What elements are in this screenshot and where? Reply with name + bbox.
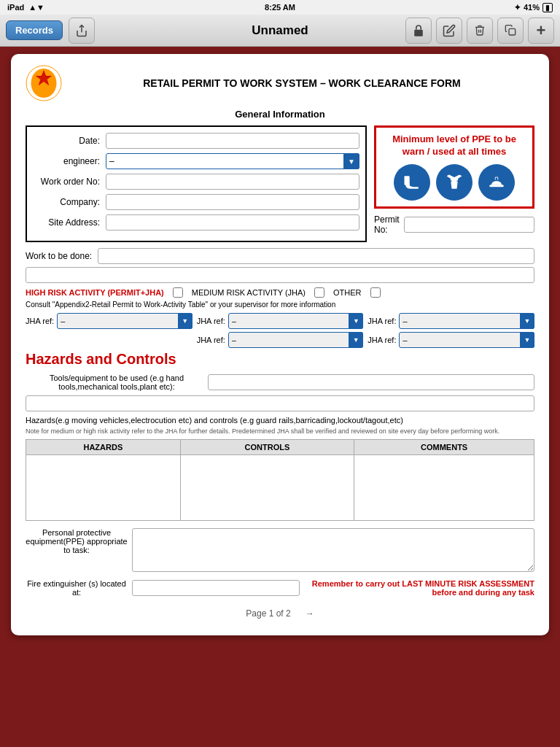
copy-button[interactable] bbox=[497, 18, 524, 44]
ipad-label: iPad bbox=[7, 3, 24, 12]
date-input[interactable] bbox=[106, 133, 359, 149]
jha-arrow-5: ▼ bbox=[520, 332, 534, 348]
battery-label: 41% bbox=[524, 3, 540, 12]
wifi-icon: ▲▼ bbox=[28, 3, 44, 12]
permit-no-input[interactable] bbox=[404, 217, 534, 233]
jha-select-1[interactable]: – bbox=[57, 313, 192, 329]
engineer-select[interactable]: – bbox=[106, 153, 359, 169]
lock-button[interactable] bbox=[405, 18, 432, 44]
comments-cell[interactable] bbox=[354, 455, 534, 521]
other-risk-checkbox[interactable] bbox=[370, 287, 381, 298]
company-input[interactable] bbox=[106, 194, 359, 210]
ppe-task-input[interactable] bbox=[132, 528, 534, 572]
fire-warning-text: Remember to carry out LAST MINUTE RISK A… bbox=[304, 579, 534, 597]
high-risk-label: HIGH RISK ACTIVITY (PERMIT+JHA) bbox=[26, 288, 164, 297]
permit-no-label: Permit No: bbox=[374, 214, 400, 235]
hazards-cell[interactable] bbox=[26, 455, 181, 521]
shell-logo bbox=[26, 65, 62, 101]
jha-item-1: JHA ref: – ▼ bbox=[26, 313, 192, 329]
jha-label-1: JHA ref: bbox=[26, 317, 54, 325]
ppe-box-title: Minimum level of PPE to be warn / used a… bbox=[382, 133, 526, 158]
nav-left: Records bbox=[6, 18, 95, 44]
jha-select-4[interactable]: – bbox=[228, 332, 364, 348]
workorder-row: Work order No: bbox=[33, 174, 359, 190]
status-right: ✦ 41% ▮ bbox=[514, 3, 553, 12]
jha-row-2: JHA ref: – ▼ JHA ref: – ▼ bbox=[26, 332, 534, 348]
edit-button[interactable] bbox=[436, 18, 462, 44]
section-general-info: General Information bbox=[26, 109, 534, 120]
jha-label-4: JHA ref: bbox=[197, 336, 225, 344]
ppe-box: Minimum level of PPE to be warn / used a… bbox=[374, 125, 534, 209]
work-to-be-done-input[interactable] bbox=[98, 248, 534, 264]
date-row: Date: bbox=[33, 133, 359, 149]
jha-arrow-4: ▼ bbox=[349, 332, 363, 348]
page-footer: Page 1 of 2 → bbox=[26, 603, 534, 624]
jha-item-5: JHA ref: – ▼ bbox=[368, 332, 534, 348]
jha-item-4: JHA ref: – ▼ bbox=[197, 332, 364, 348]
next-arrow[interactable]: → bbox=[306, 608, 314, 619]
tools-label: Tools/equipment to be used (e.g hand too… bbox=[26, 374, 208, 391]
company-row: Company: bbox=[33, 194, 359, 210]
tools-input[interactable] bbox=[208, 374, 534, 390]
hazards-note-small: Note for medium or high risk activity re… bbox=[26, 427, 534, 435]
workorder-label: Work order No: bbox=[33, 177, 106, 187]
jha-select-5[interactable]: – bbox=[399, 332, 534, 348]
records-button[interactable]: Records bbox=[6, 20, 63, 40]
ppe-icons bbox=[382, 164, 526, 201]
general-info-layout: Date: engineer: – ▼ Work order No: bbox=[26, 125, 534, 242]
med-risk-checkbox[interactable] bbox=[314, 287, 324, 298]
jha-select-wrapper-2: – ▼ bbox=[228, 313, 364, 329]
left-fields: Date: engineer: – ▼ Work order No: bbox=[26, 125, 367, 242]
jha-arrow-1: ▼ bbox=[178, 313, 192, 329]
ppe-task-row: Personal protective equipment(PPE) appro… bbox=[26, 528, 534, 572]
share-button[interactable] bbox=[69, 18, 95, 44]
controls-cell[interactable] bbox=[180, 455, 354, 521]
content-area: RETAIL PERMIT TO WORK SYSTEM – WORK CLEA… bbox=[0, 47, 560, 747]
engineer-select-arrow: ▼ bbox=[343, 153, 359, 169]
right-ppe: Minimum level of PPE to be warn / used a… bbox=[374, 125, 534, 242]
high-risk-checkbox[interactable] bbox=[173, 287, 183, 298]
site-address-input[interactable] bbox=[106, 214, 359, 231]
add-button[interactable]: + bbox=[528, 18, 554, 44]
form-title: RETAIL PERMIT TO WORK SYSTEM – WORK CLEA… bbox=[69, 77, 534, 89]
form-header: RETAIL PERMIT TO WORK SYSTEM – WORK CLEA… bbox=[26, 65, 534, 101]
status-time: 8:25 AM bbox=[265, 3, 295, 12]
jha-arrow-3: ▼ bbox=[520, 313, 534, 329]
risk-activity-row: HIGH RISK ACTIVITY (PERMIT+JHA) MEDIUM R… bbox=[26, 287, 534, 298]
page-text: Page 1 of 2 bbox=[246, 608, 290, 619]
nav-bar: Records Unnamed bbox=[0, 15, 560, 47]
work-to-be-done-label: Work to be done: bbox=[26, 251, 98, 261]
date-label: Date: bbox=[33, 136, 106, 146]
site-address-row: Site Address: bbox=[33, 214, 359, 231]
jha-select-3[interactable]: – bbox=[399, 313, 534, 329]
jha-label-3: JHA ref: bbox=[368, 317, 396, 325]
work-extra-input[interactable] bbox=[26, 267, 534, 283]
jha-select-wrapper-1: – ▼ bbox=[57, 313, 192, 329]
jha-label-5: JHA ref: bbox=[368, 336, 396, 344]
nav-right: + bbox=[405, 18, 554, 44]
engineer-label: engineer: bbox=[33, 156, 106, 166]
jha-label-2: JHA ref: bbox=[197, 317, 225, 325]
hazards-controls-title: Hazards and Controls bbox=[26, 351, 534, 368]
company-label: Company: bbox=[33, 197, 106, 207]
vest-ppe-icon bbox=[436, 164, 472, 201]
jha-select-wrapper-4: – ▼ bbox=[228, 332, 364, 348]
jha-select-2[interactable]: – bbox=[228, 313, 364, 329]
engineer-select-wrapper: – ▼ bbox=[106, 153, 359, 169]
workorder-input[interactable] bbox=[106, 174, 359, 190]
jha-item-2: JHA ref: – ▼ bbox=[197, 313, 364, 329]
permit-no-row: Permit No: bbox=[374, 214, 534, 235]
bluetooth-icon: ✦ bbox=[514, 3, 521, 12]
fire-extinguisher-row: Fire extinguisher (s) located at: Rememb… bbox=[26, 579, 534, 597]
engineer-row: engineer: – ▼ bbox=[33, 153, 359, 169]
form-card: RETAIL PERMIT TO WORK SYSTEM – WORK CLEA… bbox=[11, 54, 549, 635]
fire-input[interactable] bbox=[132, 580, 300, 596]
tools-extra-input[interactable] bbox=[26, 395, 534, 411]
boot-ppe-icon bbox=[394, 164, 430, 201]
trash-button[interactable] bbox=[467, 18, 493, 44]
jha-arrow-2: ▼ bbox=[349, 313, 363, 329]
battery-icon: ▮ bbox=[542, 3, 553, 12]
comments-col-header: COMMENTS bbox=[354, 440, 534, 455]
status-left: iPad ▲▼ bbox=[7, 3, 44, 12]
site-address-label: Site Address: bbox=[33, 217, 106, 228]
